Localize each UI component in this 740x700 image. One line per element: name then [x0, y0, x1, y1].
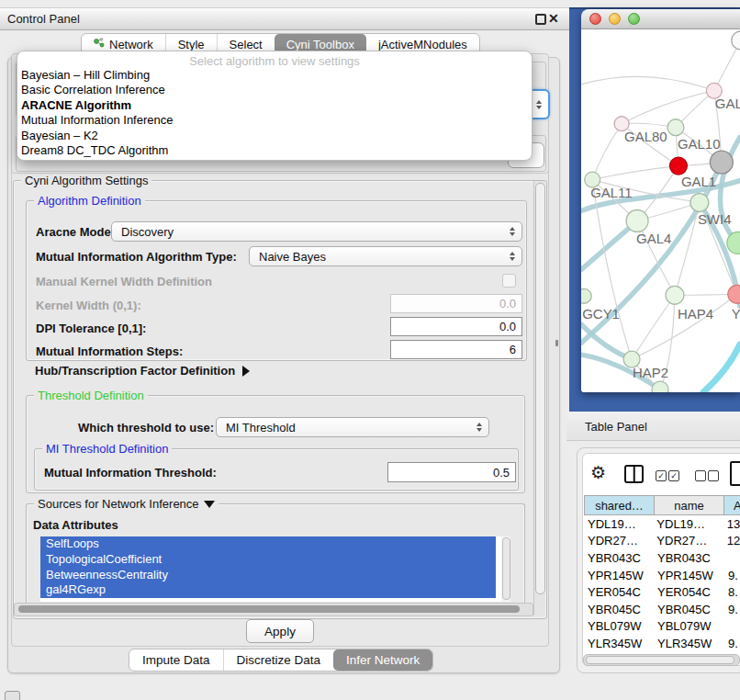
- hub-definition-label: Hub/Transcription Factor Definition: [35, 364, 235, 378]
- settings-vertical-scrollbar-thumb[interactable]: [535, 183, 545, 594]
- which-threshold-value: MI Threshold: [226, 421, 296, 435]
- select-all-checkbox-icon[interactable]: ✓: [668, 470, 679, 481]
- network-window-titlebar[interactable]: [581, 9, 740, 29]
- close-traffic-light-icon[interactable]: [589, 13, 601, 25]
- table-row[interactable]: YDL19…YDL19…13: [584, 515, 740, 533]
- table-cell: 9.: [723, 603, 738, 616]
- network-node[interactable]: [669, 157, 687, 175]
- table-cell: YBR043C: [584, 551, 654, 565]
- deselect-all-checkbox-icon[interactable]: [695, 470, 706, 481]
- table-cell: YLR345W: [654, 637, 723, 650]
- algorithm-option[interactable]: Bayesian – K2: [17, 129, 532, 143]
- attributes-scrollbar-thumb[interactable]: [502, 537, 510, 600]
- settings-vertical-scrollbar[interactable]: [533, 181, 545, 615]
- table-horizontal-scrollbar-thumb[interactable]: [586, 656, 734, 664]
- table-row[interactable]: YLR345WYLR345W9.: [584, 635, 740, 652]
- apply-button[interactable]: Apply: [246, 619, 314, 643]
- algorithm-option[interactable]: ARACNE Algorithm: [17, 98, 532, 113]
- network-node[interactable]: [626, 210, 648, 232]
- tab-network-label: Network: [109, 38, 153, 51]
- minimize-traffic-light-icon[interactable]: [609, 13, 621, 25]
- data-attributes-label: Data Attributes: [33, 518, 118, 532]
- table-cell: YDR27…: [584, 534, 653, 548]
- network-node[interactable]: [690, 194, 709, 212]
- table-cell: YDR27…: [653, 534, 722, 548]
- hub-definition-toggle[interactable]: Hub/Transcription Factor Definition: [35, 364, 250, 378]
- table-panel-title: Table Panel: [585, 420, 647, 434]
- table-row[interactable]: YPR145WYPR145W9.: [584, 567, 740, 584]
- table-row[interactable]: YER054CYER054C8.: [584, 583, 740, 601]
- select-all-checkbox-icon[interactable]: ✓: [656, 470, 667, 481]
- table-cell: 9.: [723, 569, 738, 582]
- network-canvas[interactable]: GAL7GAL80GAL10GAL1GAL11SWI4GAL4GCY1HAP4Y…: [581, 29, 740, 392]
- mi-threshold-field[interactable]: 0.5: [387, 462, 516, 482]
- network-node[interactable]: [652, 381, 668, 392]
- document-icon[interactable]: [730, 461, 740, 486]
- table-row[interactable]: YIL052CYIL052C9: [584, 652, 740, 653]
- mi-steps-field[interactable]: 6: [390, 340, 522, 359]
- network-node-label: SWI4: [698, 211, 732, 227]
- network-node-label: GAL11: [590, 185, 632, 200]
- settings-horizontal-scrollbar[interactable]: [14, 603, 533, 616]
- network-edge: [675, 203, 700, 296]
- algorithm-option[interactable]: Bayesian – Hill Climbing: [17, 68, 532, 83]
- column-header-name[interactable]: name: [654, 495, 724, 515]
- network-graph: GAL7GAL80GAL10GAL1GAL11SWI4GAL4GCY1HAP4Y…: [581, 29, 740, 392]
- aracne-mode-select[interactable]: Discovery: [111, 221, 522, 242]
- close-icon[interactable]: ✕: [548, 11, 559, 26]
- data-attributes-items: SelfLoopsTopologicalCoefficientBetweenne…: [40, 536, 510, 598]
- table-row[interactable]: YDR27…YDR27…12: [584, 533, 740, 550]
- node-table[interactable]: YDL19…YDL19…13YDR27…YDR27…12YBR043CYBR04…: [584, 515, 740, 653]
- table-row[interactable]: YBL079WYBL079W: [584, 618, 740, 636]
- data-attribute-option[interactable]: SelfLoops: [40, 536, 496, 552]
- dpi-tolerance-field[interactable]: 0.0: [390, 317, 522, 336]
- data-attribute-option[interactable]: gal4RGexp: [40, 582, 496, 598]
- zoom-traffic-light-icon[interactable]: [628, 13, 640, 25]
- tab-impute-data[interactable]: Impute Data: [129, 649, 223, 671]
- network-node[interactable]: [732, 31, 740, 50]
- table-row[interactable]: YBR043CYBR043C: [584, 549, 740, 567]
- column-header-shared-name[interactable]: shared…: [584, 495, 655, 515]
- kernel-width-field[interactable]: 0.0: [390, 294, 522, 313]
- combo-spinner-icon: [510, 227, 515, 236]
- column-header-label: shared…: [595, 499, 644, 513]
- split-columns-icon[interactable]: [624, 465, 644, 483]
- deselect-all-checkbox-icon[interactable]: [708, 470, 719, 481]
- dropdown-prompt: Select algorithm to view settings: [17, 54, 532, 68]
- settings-horizontal-scrollbar-thumb[interactable]: [18, 605, 520, 613]
- data-attribute-option[interactable]: BetweennessCentrality: [40, 568, 496, 583]
- threshold-definition-group: Threshold Definition Which threshold to …: [26, 395, 525, 493]
- table-cell: YBL079W: [654, 619, 723, 633]
- gear-icon[interactable]: ⚙: [590, 462, 606, 483]
- network-node[interactable]: [666, 286, 684, 304]
- sources-group-title[interactable]: Sources for Network Inference: [34, 497, 219, 511]
- data-attributes-list[interactable]: SelfLoopsTopologicalCoefficientBetweenne…: [40, 536, 510, 602]
- table-row[interactable]: YBR045CYBR045C9.: [584, 601, 740, 618]
- network-edge: [703, 344, 740, 392]
- tab-discretize-data[interactable]: Discretize Data: [223, 649, 334, 671]
- float-window-icon[interactable]: [535, 14, 546, 25]
- algorithm-option[interactable]: Basic Correlation Inference: [17, 83, 532, 97]
- network-view-window[interactable]: GAL7GAL80GAL10GAL1GAL11SWI4GAL4GCY1HAP4Y…: [581, 9, 740, 392]
- algorithm-option[interactable]: Mutual Information Inference: [17, 113, 532, 128]
- network-node[interactable]: [728, 285, 740, 303]
- dpi-tolerance-value: 0.0: [499, 320, 516, 333]
- column-header-partial[interactable]: A: [723, 495, 740, 515]
- network-node[interactable]: [667, 119, 684, 136]
- algorithm-option[interactable]: Dream8 DC_TDC Algorithm: [17, 143, 532, 158]
- manual-kernel-checkbox[interactable]: [502, 274, 516, 288]
- aracne-mode-label: Aracne Mode:: [36, 225, 115, 239]
- mi-type-select[interactable]: Naive Bayes: [249, 246, 522, 266]
- network-node[interactable]: [581, 288, 591, 303]
- table-horizontal-scrollbar[interactable]: [583, 654, 740, 666]
- which-threshold-select[interactable]: MI Threshold: [216, 417, 489, 437]
- panel-split-handle[interactable]: [555, 340, 558, 346]
- table-cell: YLR345W: [584, 637, 654, 650]
- minimized-panel-icon[interactable]: [5, 691, 20, 700]
- tab-infer-network[interactable]: Infer Network: [333, 649, 432, 671]
- attributes-scrollbar[interactable]: [501, 536, 510, 602]
- table-cell: 9.: [723, 637, 738, 650]
- network-node[interactable]: [710, 151, 733, 174]
- data-attribute-option[interactable]: TopologicalCoefficient: [40, 552, 496, 568]
- network-node-label: GAL4: [636, 231, 671, 246]
